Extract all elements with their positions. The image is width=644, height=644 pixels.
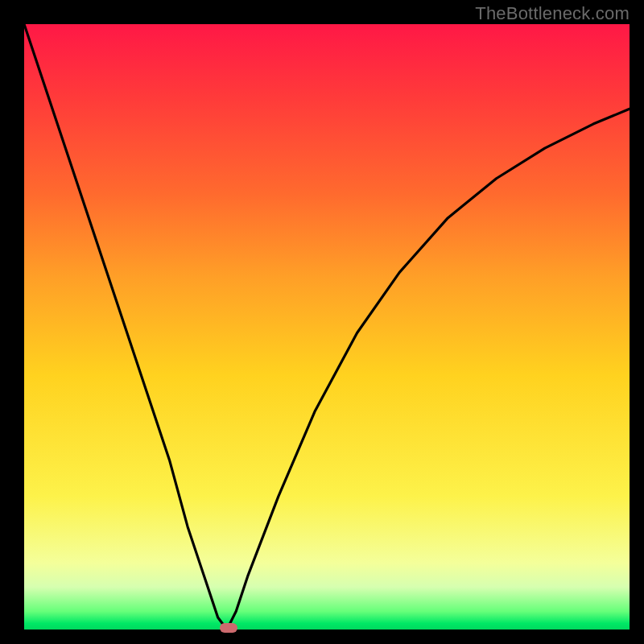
watermark-text: TheBottleneck.com	[475, 3, 630, 24]
bottleneck-curve	[24, 24, 630, 630]
minimum-marker	[220, 623, 237, 633]
chart-frame: TheBottleneck.com	[0, 0, 644, 644]
plot-area	[24, 24, 630, 630]
